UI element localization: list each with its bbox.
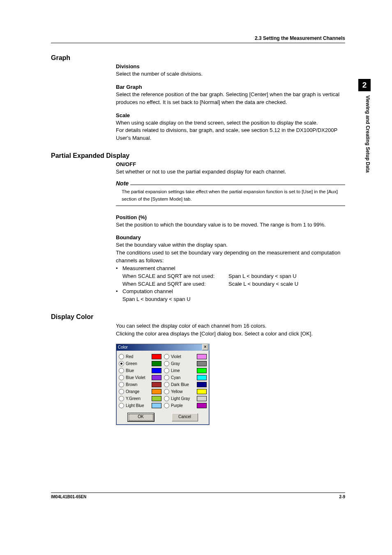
- heading-display-color: Display Color: [51, 313, 345, 321]
- color-option[interactable]: Yellow: [164, 388, 207, 395]
- color-dialog: Color × RedGreenBlueBlue VioletBrownOran…: [116, 344, 210, 425]
- note-rule-top: [130, 185, 345, 185]
- radio-icon[interactable]: [164, 375, 169, 380]
- cond-2-left: When SCALE and SQRT are used:: [122, 280, 228, 288]
- text-display-color-2: Clicking the color area displays the [Co…: [116, 330, 345, 338]
- footer-page-no: 2-9: [339, 495, 345, 499]
- radio-icon[interactable]: [164, 361, 169, 366]
- text-position: Set the position to which the boundary v…: [116, 221, 345, 229]
- color-option[interactable]: Purple: [164, 402, 207, 409]
- footer-doc-id: IM04L41B01-65EN: [51, 495, 86, 499]
- color-option[interactable]: Violet: [164, 353, 207, 360]
- cond-row-3: Span L < boundary < span U: [116, 296, 345, 303]
- color-option[interactable]: Dark Blue: [164, 381, 207, 388]
- radio-icon[interactable]: [119, 361, 124, 366]
- color-option-label: Yellow: [171, 389, 197, 394]
- radio-icon[interactable]: [119, 389, 124, 394]
- color-option-label: Blue: [126, 368, 152, 373]
- color-option[interactable]: Cyan: [164, 374, 207, 381]
- color-option-label: Light Blue: [126, 403, 152, 408]
- heading-graph: Graph: [51, 54, 345, 62]
- color-option-label: Cyan: [171, 375, 197, 380]
- color-option[interactable]: Y.Green: [119, 395, 161, 402]
- color-option-label: Lime: [171, 368, 197, 373]
- cond-1-left: When SCALE and SQRT are not used:: [122, 273, 228, 280]
- heading-divisions: Divisions: [116, 63, 345, 69]
- color-option[interactable]: Gray: [164, 360, 207, 367]
- color-swatch: [152, 375, 161, 380]
- radio-icon[interactable]: [119, 354, 124, 359]
- color-swatch: [197, 375, 207, 380]
- radio-icon[interactable]: [164, 389, 169, 394]
- color-option-label: Orange: [126, 389, 152, 394]
- radio-icon[interactable]: [164, 354, 169, 359]
- radio-icon[interactable]: [119, 403, 124, 408]
- close-icon[interactable]: ×: [202, 344, 208, 350]
- color-option-label: Y.Green: [126, 396, 152, 401]
- bullet-measurement-label: Measurement channel: [122, 265, 345, 273]
- cond-1-right: Span L < boundary < span U: [228, 273, 345, 280]
- radio-icon[interactable]: [119, 382, 124, 387]
- text-boundary-1: Set the boundary value within the displa…: [116, 241, 345, 249]
- color-option[interactable]: Lime: [164, 367, 207, 374]
- note-header: Note: [116, 180, 345, 187]
- radio-icon[interactable]: [119, 368, 124, 373]
- note-title: Note: [116, 180, 130, 187]
- page-footer: IM04L41B01-65EN 2-9: [51, 493, 345, 499]
- color-swatch: [152, 368, 161, 373]
- color-swatch: [152, 354, 161, 359]
- color-option[interactable]: Green: [119, 360, 161, 367]
- color-swatch: [152, 382, 161, 387]
- color-option[interactable]: Orange: [119, 388, 161, 395]
- color-option[interactable]: Red: [119, 353, 161, 360]
- heading-partial-expanded-display: Partial Expanded Display: [51, 152, 345, 160]
- color-option[interactable]: Light Blue: [119, 402, 161, 409]
- color-option[interactable]: Blue: [119, 367, 161, 374]
- color-swatch: [152, 361, 161, 366]
- text-scale-1: When using scale display on the trend sc…: [116, 119, 345, 127]
- header-rule: [51, 43, 345, 43]
- radio-icon[interactable]: [164, 396, 169, 401]
- color-swatch: [197, 396, 207, 401]
- color-swatch: [197, 382, 207, 387]
- color-option[interactable]: Blue Violet: [119, 374, 161, 381]
- text-boundary-2: The conditions used to set the boundary …: [116, 249, 345, 265]
- color-option-label: Light Gray: [171, 396, 197, 401]
- note-body: The partial expansion settings take effe…: [116, 187, 345, 206]
- cond-2-right: Scale L < boundary < scale U: [228, 280, 345, 288]
- heading-position: Position (%): [116, 214, 345, 220]
- color-option-label: Dark Blue: [171, 382, 197, 387]
- color-option[interactable]: Brown: [119, 381, 161, 388]
- running-head: 2.3 Setting the Measurement Channels: [255, 35, 345, 41]
- bullet-dot-icon: •: [116, 265, 122, 273]
- radio-icon[interactable]: [164, 382, 169, 387]
- radio-icon[interactable]: [164, 403, 169, 408]
- ok-button[interactable]: OK: [128, 413, 154, 421]
- color-option-label: Red: [126, 354, 152, 359]
- cond-row-2: When SCALE and SQRT are used: Scale L < …: [116, 280, 345, 288]
- text-divisions: Select the number of scale divisions.: [116, 70, 345, 78]
- color-swatch: [152, 396, 161, 401]
- color-option-label: Green: [126, 361, 152, 366]
- heading-scale: Scale: [116, 112, 345, 118]
- radio-icon[interactable]: [164, 368, 169, 373]
- color-swatch: [197, 389, 207, 394]
- color-option-label: Gray: [171, 361, 197, 366]
- color-swatch: [152, 403, 161, 408]
- color-option-label: Violet: [171, 354, 197, 359]
- color-option-label: Blue Violet: [126, 375, 152, 380]
- color-dialog-body: RedGreenBlueBlue VioletBrownOrangeY.Gree…: [116, 351, 209, 425]
- cancel-button[interactable]: Cancel: [172, 413, 198, 421]
- side-tab-chapter-number: 2: [358, 79, 371, 91]
- color-swatch: [152, 389, 161, 394]
- cond-3: Span L < boundary < span U: [122, 296, 228, 303]
- text-display-color-1: You can select the display color of each…: [116, 322, 345, 330]
- heading-boundary: Boundary: [116, 234, 345, 240]
- color-dialog-title: Color: [118, 345, 202, 349]
- color-option[interactable]: Light Gray: [164, 395, 207, 402]
- side-tab-caption: Viewing and Creating Setup Data: [358, 95, 371, 202]
- color-dialog-titlebar[interactable]: Color ×: [116, 344, 209, 351]
- text-scale-2: For details related to divisions, bar gr…: [116, 127, 345, 142]
- radio-icon[interactable]: [119, 375, 124, 380]
- radio-icon[interactable]: [119, 396, 124, 401]
